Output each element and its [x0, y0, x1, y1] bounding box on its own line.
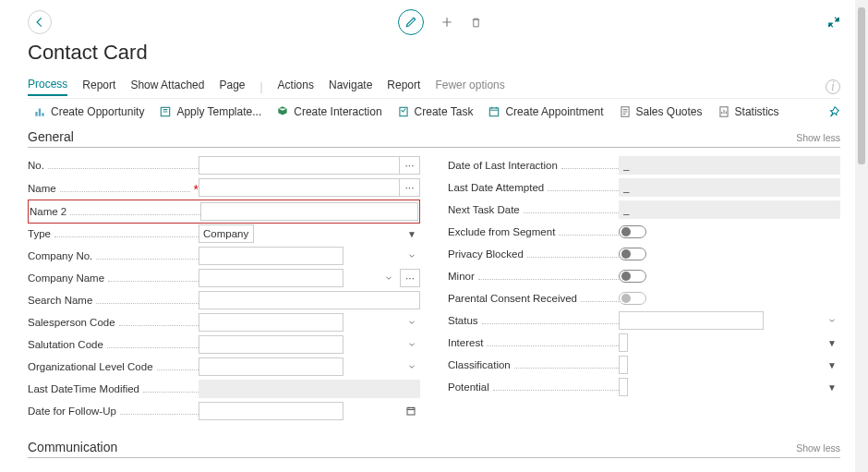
menu-navigate[interactable]: Navigate: [329, 79, 372, 95]
quotes-icon: [619, 105, 632, 118]
delete-icon[interactable]: [470, 16, 482, 29]
input-no[interactable]: [199, 156, 420, 175]
label-potential: Potential: [448, 381, 491, 393]
chevron-down-icon[interactable]: [827, 316, 837, 325]
label-parental-consent: Parental Consent Received: [448, 293, 579, 304]
input-company-name[interactable]: [199, 269, 344, 287]
menu-page[interactable]: Page: [219, 79, 245, 95]
label-no: No.: [28, 160, 46, 171]
assist-company-name[interactable]: ···: [400, 269, 420, 287]
action-sales-quotes[interactable]: Sales Quotes: [619, 105, 703, 118]
input-last-dt-mod: [199, 380, 420, 398]
label-name2: Name 2: [30, 206, 68, 217]
input-date-last-int: [619, 156, 840, 175]
svg-rect-5: [407, 408, 415, 416]
back-button[interactable]: [28, 10, 52, 34]
chevron-down-icon[interactable]: [407, 340, 416, 349]
menu-report-2[interactable]: Report: [387, 79, 420, 95]
appointment-icon: [488, 105, 500, 118]
action-create-appointment[interactable]: Create Appointment: [488, 105, 603, 118]
dropdown-icon: ▼: [407, 229, 416, 239]
input-salutation[interactable]: [199, 335, 344, 354]
action-statistics[interactable]: Statistics: [717, 105, 779, 118]
label-date-followup: Date for Follow-Up: [28, 405, 118, 417]
action-create-task[interactable]: Create Task: [397, 105, 474, 118]
general-show-less[interactable]: Show less: [796, 132, 840, 143]
input-salesperson[interactable]: [199, 313, 344, 332]
input-company-no[interactable]: [199, 247, 344, 265]
input-last-date-att: [619, 178, 840, 197]
menu-show-attached[interactable]: Show Attached: [130, 79, 204, 95]
label-next-task: Next Task Date: [448, 204, 522, 215]
input-search-name[interactable]: [199, 291, 420, 309]
lookup-name-icon[interactable]: ···: [399, 179, 419, 196]
menu-fewer-options[interactable]: Fewer options: [435, 79, 504, 95]
dropdown-icon: ▼: [827, 360, 837, 370]
dropdown-icon: ▼: [827, 338, 837, 348]
highlight-name2: Name 2: [28, 200, 420, 224]
chevron-down-icon[interactable]: [407, 362, 416, 371]
toggle-privacy-blocked[interactable]: [619, 248, 646, 260]
label-salesperson: Salesperson Code: [28, 317, 117, 328]
label-name: Name: [28, 183, 58, 194]
chevron-down-icon[interactable]: [384, 273, 393, 283]
dropdown-icon: ▼: [827, 382, 837, 393]
statistics-icon: [717, 105, 730, 118]
opportunity-icon: [33, 105, 46, 118]
input-org-level[interactable]: [199, 357, 344, 376]
select-interest[interactable]: [619, 333, 628, 352]
select-classification[interactable]: [619, 356, 628, 374]
label-company-name: Company Name: [28, 272, 106, 284]
interaction-icon: [276, 105, 289, 118]
menu-actions[interactable]: Actions: [278, 79, 314, 95]
edit-icon[interactable]: [398, 9, 424, 35]
svg-rect-2: [490, 108, 499, 116]
label-interest: Interest: [448, 337, 485, 348]
label-type: Type: [28, 228, 53, 239]
label-search-name: Search Name: [28, 295, 94, 306]
new-icon[interactable]: [440, 16, 453, 29]
toggle-parental-consent[interactable]: [619, 292, 646, 305]
input-name[interactable]: [199, 178, 420, 197]
scrollbar[interactable]: [855, 0, 868, 472]
action-create-interaction[interactable]: Create Interaction: [276, 105, 381, 118]
menubar: Process Report Show Attached Page | Acti…: [28, 78, 840, 99]
label-exclude-segment: Exclude from Segment: [448, 226, 557, 237]
label-date-last-int: Date of Last Interaction: [448, 160, 560, 171]
select-potential[interactable]: [619, 378, 628, 396]
pin-icon[interactable]: [827, 105, 840, 118]
calendar-icon[interactable]: [405, 405, 416, 417]
section-general-title: General: [28, 129, 74, 147]
task-icon: [397, 105, 410, 118]
label-last-date-att: Last Date Attempted: [448, 182, 546, 193]
label-minor: Minor: [448, 271, 476, 282]
label-org-level: Organizational Level Code: [28, 361, 155, 372]
info-icon[interactable]: i: [826, 79, 840, 94]
label-status: Status: [448, 315, 480, 326]
input-next-task: [619, 200, 840, 219]
lookup-no-icon[interactable]: ···: [399, 157, 419, 174]
chevron-down-icon[interactable]: [407, 318, 416, 327]
toggle-minor[interactable]: [619, 270, 646, 283]
select-type[interactable]: Company: [199, 224, 254, 243]
menu-report[interactable]: Report: [82, 79, 115, 95]
label-salutation: Salutation Code: [28, 339, 105, 350]
template-icon: [159, 105, 172, 118]
page-title: Contact Card: [28, 41, 840, 65]
input-status[interactable]: [619, 311, 764, 330]
label-last-dt-mod: Last DateTime Modified: [28, 383, 141, 394]
communication-show-less[interactable]: Show less: [796, 442, 840, 454]
action-create-opportunity[interactable]: Create Opportunity: [33, 105, 144, 118]
section-communication-title: Communication: [28, 440, 117, 457]
label-classification: Classification: [448, 359, 512, 370]
input-name2[interactable]: [200, 202, 418, 221]
menu-process[interactable]: Process: [28, 78, 67, 96]
chevron-down-icon[interactable]: [407, 251, 416, 260]
label-privacy-blocked: Privacy Blocked: [448, 248, 525, 260]
label-company-no: Company No.: [28, 250, 94, 261]
input-date-followup[interactable]: [199, 402, 344, 420]
toggle-exclude-segment[interactable]: [619, 225, 646, 238]
action-apply-template[interactable]: Apply Template...: [159, 105, 261, 118]
collapse-icon[interactable]: [827, 16, 840, 29]
